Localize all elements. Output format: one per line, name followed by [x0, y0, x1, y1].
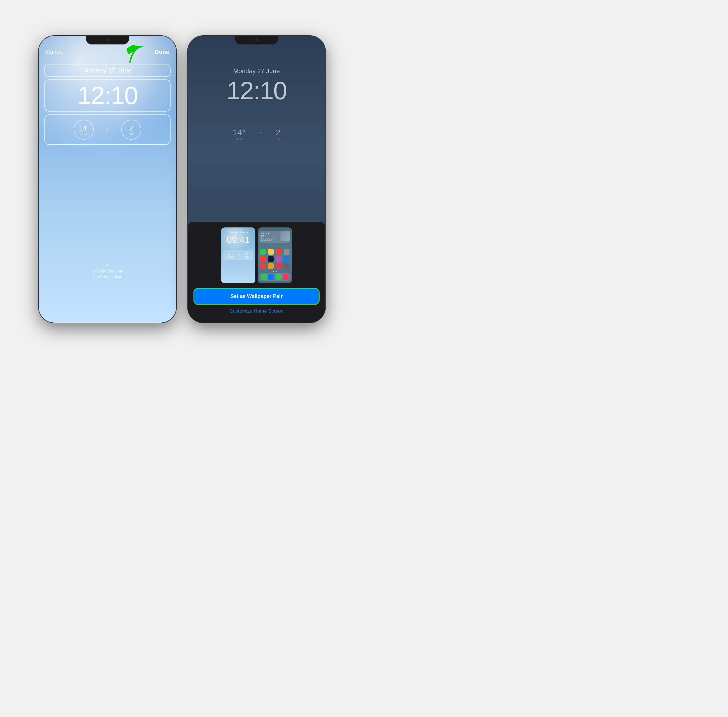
- notch: [86, 36, 129, 44]
- weather-temp: 14°: [79, 124, 88, 132]
- phone2-weather-temp: 14° 10 16: [233, 128, 245, 140]
- customize-home-screen-link[interactable]: Customize Home Screen: [193, 308, 320, 314]
- preview-weather-2: 2AQI: [245, 252, 249, 258]
- app-icon-books: [260, 263, 266, 269]
- photo-bg: [280, 231, 290, 241]
- weather-temp-circle: 14° 10 16: [74, 120, 94, 140]
- app-icon-appletv: [268, 256, 274, 262]
- preview-weather-widget: 14°10 16 2AQI: [223, 250, 253, 260]
- weather-location: ➤ Weather for your Current Location: [39, 263, 176, 280]
- weather-aqi-num: 2: [129, 124, 133, 132]
- wallpaper-btn-container: Set as Wallpaper Pair: [193, 288, 320, 305]
- date-widget[interactable]: Monday 27 June: [44, 64, 171, 76]
- dock-safari: [268, 274, 274, 280]
- phone2-weather: 14° 10 16 2 AQI: [188, 128, 325, 140]
- notch-2: [235, 36, 278, 44]
- app-icon-calendar: [268, 249, 274, 255]
- phone2-screen: Monday 27 June 12:10 14° 10 16 2 AQI: [188, 36, 325, 323]
- app-row-2: [259, 256, 291, 262]
- preview-time-text: 09:41: [221, 235, 255, 245]
- phone2-date: Monday 27 June: [188, 67, 325, 75]
- weather-aqi-label: AQI: [129, 132, 134, 135]
- weather-separator: [107, 129, 108, 131]
- done-button[interactable]: Done: [155, 49, 169, 55]
- app-dock: [259, 273, 291, 281]
- dock-phone: [261, 274, 267, 280]
- phone-2: Monday 27 June 12:10 14° 10 16 2 AQI: [188, 36, 325, 323]
- wallpaper-preview: Tuesday 9 January 09:41 14°10 16 2AQI: [193, 227, 320, 283]
- phone1-screen-content: Cancel Done Monday 27 June: [39, 36, 176, 323]
- app-icon-settings: [284, 263, 289, 269]
- phone2-content: Monday 27 June 12:10 14° 10 16 2 AQI: [188, 36, 325, 323]
- preview-weather-1: 14°10 16: [228, 252, 233, 258]
- app-icon-health: [276, 263, 282, 269]
- location-line2: Current Location: [39, 274, 176, 280]
- preview-weather-dot: [238, 254, 240, 255]
- app-icon-news: [260, 256, 266, 262]
- dock-messages: [276, 274, 282, 280]
- app-row-3: [259, 263, 291, 269]
- app-row-1: [259, 249, 291, 255]
- weather-widget[interactable]: 14° 10 16 2 AQI: [44, 114, 171, 145]
- app-icon-facetime: [260, 249, 266, 255]
- arrow-indicator: [122, 40, 151, 67]
- app-icon-camera: [284, 249, 289, 255]
- location-icon: ➤: [39, 263, 176, 267]
- phone1-screen: Cancel Done Monday 27 June: [39, 36, 176, 323]
- time-display: 12:10: [78, 81, 137, 110]
- preview-home-screen: Penrith ★ 14° Expect light rain inthe ne…: [258, 227, 292, 283]
- location-line1: Weather for your: [39, 268, 176, 274]
- phone2-time: 12:10: [188, 76, 325, 105]
- phone2-weather-dot: [260, 132, 261, 133]
- camera-dot: [106, 38, 109, 41]
- home-photo-widget: [280, 231, 290, 241]
- weather-range: 10 16: [80, 132, 87, 135]
- app-icon-podcasts: [276, 256, 282, 262]
- dot-active: [273, 271, 274, 272]
- set-wallpaper-button[interactable]: Set as Wallpaper Pair: [194, 289, 319, 304]
- preview-date-text: Tuesday 9 January: [221, 231, 255, 233]
- time-widget[interactable]: 12:10: [44, 79, 171, 111]
- widgets-area: Monday 27 June 12:10 14° 10 16: [44, 64, 171, 145]
- app-icon-fitness: [268, 263, 274, 269]
- page-dots: [259, 271, 291, 272]
- dock-music: [283, 274, 289, 280]
- dot-inactive: [276, 271, 277, 272]
- date-display: Monday 27 June: [83, 67, 132, 74]
- weather-aqi-circle: 2 AQI: [121, 120, 141, 140]
- phone-1: Cancel Done Monday 27 June: [39, 36, 176, 323]
- phone2-weather-aqi: 2 AQI: [276, 128, 280, 140]
- camera-dot-2: [255, 38, 258, 41]
- app-icon-appstore: [284, 256, 289, 262]
- cancel-button[interactable]: Cancel: [46, 49, 64, 55]
- preview-lock-screen: Tuesday 9 January 09:41 14°10 16 2AQI: [221, 227, 255, 283]
- bottom-modal: Tuesday 9 January 09:41 14°10 16 2AQI: [188, 222, 325, 323]
- app-grid: [259, 249, 291, 272]
- app-icon-photos: [276, 249, 282, 255]
